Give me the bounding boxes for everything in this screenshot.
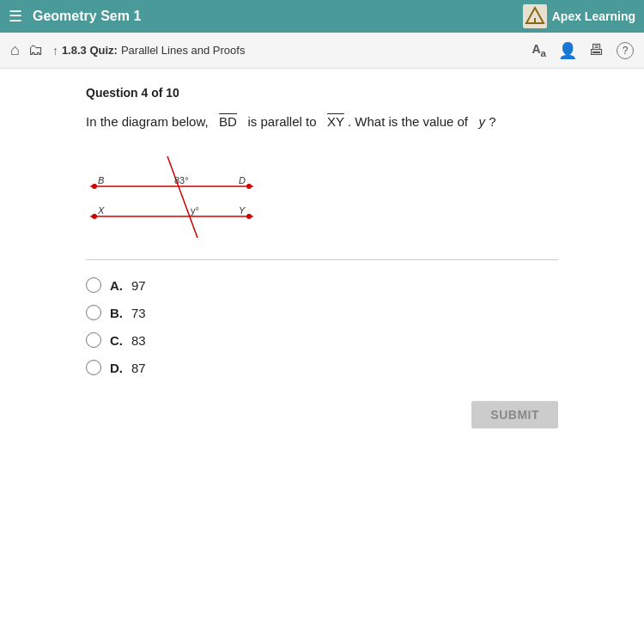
svg-text:D: D <box>239 175 246 185</box>
svg-marker-13 <box>89 215 94 218</box>
breadcrumb: ↑ 1.8.3 Quiz: Parallel Lines and Proofs <box>52 44 524 58</box>
apex-brand: Apex Learning <box>523 4 635 28</box>
geometry-diagram: B D X Y 83° y° <box>86 148 258 242</box>
radio-c[interactable] <box>86 332 101 348</box>
choice-c-letter: C. <box>110 333 123 348</box>
main-content: Question 4 of 10 In the diagram below, B… <box>0 69 644 446</box>
choice-d-value: 87 <box>131 361 146 375</box>
svg-line-6 <box>167 156 197 238</box>
brand-name: Apex Learning <box>552 9 635 23</box>
question-header: Question 4 of 10 <box>86 86 558 100</box>
svg-text:y°: y° <box>191 205 199 216</box>
top-bar: ☰ Geometry Sem 1 Apex Learning <box>0 0 644 33</box>
svg-text:Y: Y <box>239 205 246 216</box>
choice-b-value: 73 <box>131 306 146 320</box>
choice-d[interactable]: D. 87 <box>86 360 558 375</box>
choice-a-value: 97 <box>131 278 146 293</box>
question-text-part3: . What is the value of <box>348 114 468 129</box>
home-icon[interactable]: ⌂ <box>10 41 20 59</box>
question-text-part2: is parallel to <box>247 114 316 129</box>
parallel-label-1: BD <box>219 114 237 129</box>
parallel-label-2: XY <box>327 114 344 129</box>
choice-a[interactable]: A. 97 <box>86 277 558 293</box>
choice-d-letter: D. <box>110 361 123 375</box>
radio-a[interactable] <box>86 277 101 293</box>
submit-button[interactable]: SUBMIT <box>471 401 558 428</box>
answer-choices: A. 97 B. 73 C. 83 D. 87 <box>86 277 558 375</box>
svg-marker-14 <box>249 215 254 218</box>
choice-b-letter: B. <box>110 306 123 320</box>
quiz-label: 1.8.3 Quiz: <box>62 44 118 57</box>
svg-marker-11 <box>89 185 94 188</box>
radio-d[interactable] <box>86 360 101 375</box>
choice-a-letter: A. <box>110 278 123 293</box>
print-icon[interactable]: 🖶 <box>589 41 605 59</box>
quiz-title: Parallel Lines and Proofs <box>121 44 246 57</box>
svg-text:B: B <box>98 175 104 185</box>
svg-text:83°: 83° <box>174 175 189 185</box>
choice-b[interactable]: B. 73 <box>86 305 558 320</box>
svg-marker-12 <box>249 185 254 188</box>
question-text-part4: ? <box>489 114 495 129</box>
choice-c[interactable]: C. 83 <box>86 332 558 348</box>
radio-b[interactable] <box>86 305 101 320</box>
page-title: Geometry Sem 1 <box>33 9 523 24</box>
text-size-icon[interactable]: Aa <box>532 42 546 58</box>
svg-text:X: X <box>97 205 105 216</box>
briefcase-icon[interactable]: 🗂 <box>28 41 44 59</box>
second-bar: ⌂ 🗂 ↑ 1.8.3 Quiz: Parallel Lines and Pro… <box>0 33 644 69</box>
choice-c-value: 83 <box>131 333 146 348</box>
toolbar-icons: Aa 👤 🖶 ? <box>532 41 634 60</box>
diagram: B D X Y 83° y° <box>86 148 258 242</box>
apex-logo-icon <box>523 4 547 28</box>
variable-y: y <box>479 114 486 129</box>
help-icon[interactable]: ? <box>617 42 634 59</box>
divider <box>86 259 558 260</box>
submit-area: SUBMIT <box>86 401 558 428</box>
question-text: In the diagram below, BD is parallel to … <box>86 112 558 132</box>
question-text-part1: In the diagram below, <box>86 114 209 129</box>
up-arrow-icon[interactable]: ↑ <box>52 44 58 58</box>
menu-icon[interactable]: ☰ <box>9 7 22 26</box>
profile-icon[interactable]: 👤 <box>558 41 577 60</box>
